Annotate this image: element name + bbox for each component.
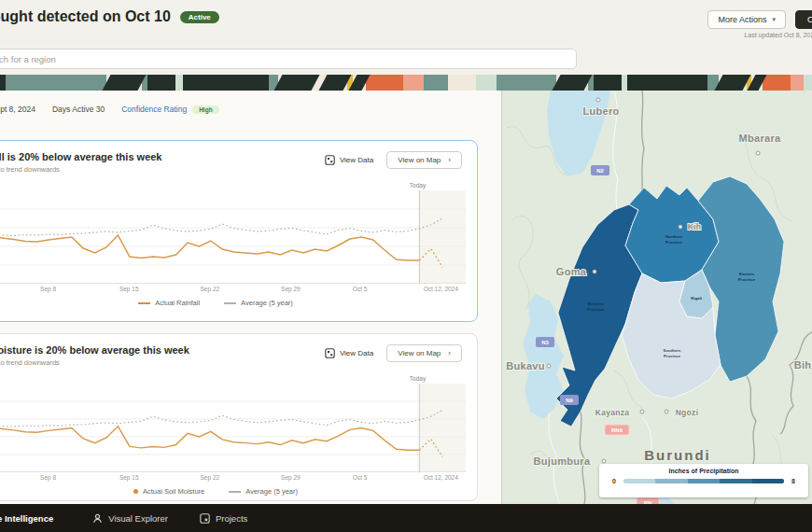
map-city-label: Lubero xyxy=(582,105,619,117)
legend-max-value: 8 xyxy=(791,478,795,484)
more-actions-button[interactable]: More Actions ▾ xyxy=(707,10,786,29)
svg-text:N3: N3 xyxy=(541,340,549,345)
confidence-value-badge: High xyxy=(192,105,218,114)
person-icon xyxy=(92,513,103,524)
map-city-label: Bujumbura xyxy=(534,455,591,467)
view-data-icon xyxy=(325,348,335,358)
average-swatch xyxy=(229,491,241,493)
bottom-nav-bar: Climate Intelligence Visual Explorer Pro… xyxy=(0,504,812,532)
last-updated-text: Last updated Oct 8, 2024 xyxy=(744,32,812,38)
soil-moisture-chart-legend: Actual Soil Moisture Average (5 year) xyxy=(0,487,477,496)
nav-item-climate-intelligence[interactable]: Climate Intelligence xyxy=(0,513,53,524)
svg-text:Province: Province xyxy=(738,277,756,282)
svg-text:Western: Western xyxy=(588,301,604,306)
nav-item-visual-explorer[interactable]: Visual Explorer xyxy=(92,513,168,524)
svg-text:N2: N2 xyxy=(596,168,604,174)
rainfall-card: Rainfall is 20% below average this week … xyxy=(0,140,478,322)
map-city-label: Bukavu xyxy=(506,360,545,371)
soil-moisture-card-title: Soil Moisture is 20% below average this … xyxy=(0,344,189,356)
map-city-label: Goma xyxy=(556,266,587,277)
soil-moisture-chart-x-axis: Sep 1, 2024Sep 8Sep 15Sep 22Sep 29Oct 5O… xyxy=(0,474,464,483)
precipitation-gradient-bar xyxy=(623,479,784,483)
search-input[interactable] xyxy=(0,49,577,69)
view-on-map-button[interactable]: View on Map › xyxy=(386,344,462,362)
map-canvas[interactable]: Western Province Northern Province Easte… xyxy=(501,91,812,504)
view-data-icon xyxy=(325,155,335,165)
soil-moisture-chart xyxy=(0,384,466,472)
today-marker-label: Today xyxy=(410,182,426,189)
chevron-down-icon: ▾ xyxy=(772,16,776,23)
actual-soil-moisture-swatch xyxy=(133,489,138,494)
rainfall-card-title: Rainfall is 20% below average this week xyxy=(0,151,161,162)
svg-text:Province: Province xyxy=(665,240,683,245)
days-active-text: Days Active 30 xyxy=(52,105,105,114)
confidence-rating-link[interactable]: Confidence Rating xyxy=(121,105,187,114)
svg-text:N9: N9 xyxy=(566,398,573,403)
search-row xyxy=(0,41,812,75)
svg-text:Province: Province xyxy=(664,354,681,358)
view-on-map-button[interactable]: View on Map › xyxy=(386,151,462,169)
rainfall-chart xyxy=(0,190,466,284)
create-button[interactable]: Create xyxy=(795,10,812,29)
svg-text:Province: Province xyxy=(587,307,605,312)
map-city-label: Kih xyxy=(688,222,702,231)
top-header: Drought detected on Oct 10 Active More A… xyxy=(0,0,812,41)
precipitation-legend-title: Inches of Precipitation xyxy=(607,468,801,474)
actual-rainfall-swatch xyxy=(138,302,150,304)
status-badge: Active xyxy=(180,11,219,23)
soil-moisture-card: Soil Moisture is 20% below average this … xyxy=(0,333,478,501)
map-country-label: Burundi xyxy=(644,447,711,463)
today-marker-label: Today xyxy=(410,375,426,382)
alert-detail-panel: Started Sept 8, 2024 Days Active 30 Conf… xyxy=(0,91,501,504)
nav-item-projects[interactable]: Projects xyxy=(200,513,247,524)
legend-min-value: 0 xyxy=(612,478,616,484)
svg-text:RN9: RN9 xyxy=(611,427,623,433)
banner-illustration xyxy=(0,75,812,91)
svg-text:Southern: Southern xyxy=(664,348,681,353)
svg-text:Kigali: Kigali xyxy=(691,296,702,301)
map-city-label: Ngozi xyxy=(676,408,699,417)
projects-icon xyxy=(200,513,210,524)
rainfall-chart-legend: Actual Rainfall Average (5 year) xyxy=(0,299,477,307)
view-data-button[interactable]: View Data xyxy=(325,155,373,165)
start-date-text: Started Sept 8, 2024 xyxy=(0,105,35,114)
view-data-button[interactable]: View Data xyxy=(325,348,373,358)
rainfall-chart-x-axis: Sep 1, 2024Sep 8Sep 15Sep 22Sep 29Oct 5O… xyxy=(0,286,464,295)
map-city-label: Bih xyxy=(794,359,812,371)
svg-text:Eastern: Eastern xyxy=(739,272,754,276)
chevron-right-icon: › xyxy=(448,349,451,357)
map-city-label: Kayanza xyxy=(595,408,630,417)
page-title: Drought detected on Oct 10 xyxy=(0,8,171,25)
average-swatch xyxy=(224,302,236,304)
chevron-right-icon: › xyxy=(448,156,451,164)
soil-moisture-card-subtitle: Expected to trend downwards xyxy=(0,358,189,367)
map-city-label: Mbarara xyxy=(739,133,781,144)
svg-text:Northern: Northern xyxy=(665,234,683,239)
rainfall-card-subtitle: Expected to trend downwards xyxy=(0,165,161,174)
precipitation-legend: Inches of Precipitation 0 8 xyxy=(599,464,808,497)
